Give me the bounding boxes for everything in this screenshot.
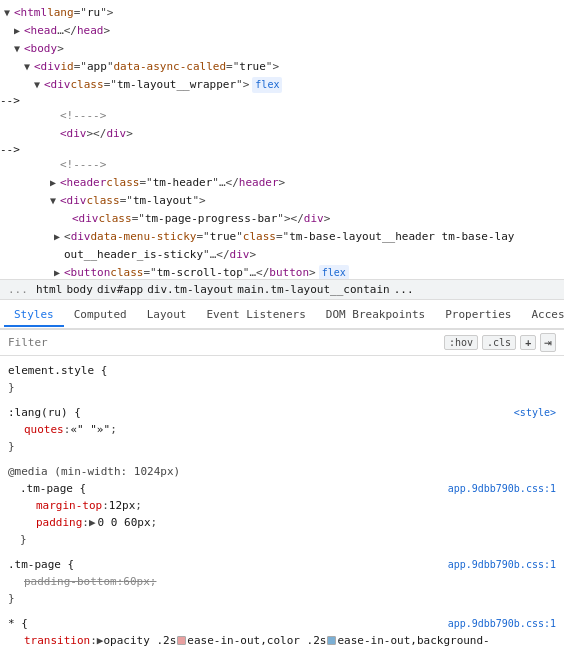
filter-input[interactable] xyxy=(8,336,440,349)
source-ref[interactable]: app.9dbb790b.css:1 xyxy=(448,615,556,632)
css-rule-lang-ru: :lang(ru) { <style> quotes : «" "»" ; } xyxy=(0,402,564,457)
dom-line[interactable]: <div class="tm-layout__wrapper"> flex xyxy=(0,76,564,94)
triangle-icon[interactable] xyxy=(54,265,64,280)
breadcrumb-html[interactable]: html xyxy=(36,283,63,296)
dom-line[interactable]: <!----> xyxy=(0,107,564,125)
triangle-icon[interactable] xyxy=(54,229,64,245)
css-rules: element.style { } :lang(ru) { <style> qu… xyxy=(0,356,564,650)
add-style-button[interactable]: + xyxy=(520,335,536,350)
triangle-icon[interactable] xyxy=(34,77,44,93)
hov-button[interactable]: :hov xyxy=(444,335,478,350)
dom-line[interactable]: out__header_is-sticky" …</div> xyxy=(0,246,564,264)
css-property-padding-bottom: padding-bottom : 60px ; xyxy=(8,573,556,590)
tab-computed[interactable]: Computed xyxy=(64,304,137,327)
triangle-icon[interactable] xyxy=(50,175,60,191)
dom-tree[interactable]: <html lang="ru"> <head…</head> <body> <d… xyxy=(0,0,564,280)
selector-tm-page: .tm-page { app.9dbb790b.css:1 xyxy=(8,480,556,497)
css-property-margin-top: margin-top : 12px ; xyxy=(8,497,556,514)
selector: :lang(ru) { <style> xyxy=(8,404,556,421)
triangle-icon[interactable] xyxy=(14,41,24,57)
selector-media: @media (min-width: 1024px) xyxy=(8,463,556,480)
source-ref[interactable]: app.9dbb790b.css:1 xyxy=(448,480,556,497)
breadcrumb-bar: ... html body div#app div.tm-layout main… xyxy=(0,280,564,300)
triangle-icon[interactable] xyxy=(24,59,34,75)
dom-line[interactable]: <body> xyxy=(0,40,564,58)
breadcrumb-dots: ... xyxy=(8,283,28,296)
css-rule-tm-page: .tm-page { app.9dbb790b.css:1 padding-bo… xyxy=(0,554,564,609)
css-rule-star: * { app.9dbb790b.css:1 transition :▶ opa… xyxy=(0,613,564,650)
selector: * { app.9dbb790b.css:1 xyxy=(8,615,556,632)
dom-line[interactable]: <html lang="ru"> xyxy=(0,4,564,22)
css-property-padding: padding : ▶ 0 0 60px ; xyxy=(8,514,556,531)
css-property-transition-cont: color .2s ease-in-out, webkit-text-decor… xyxy=(8,649,556,650)
dom-line[interactable]: <div class="tm-layout"> xyxy=(0,192,564,210)
expand-button[interactable]: ⇥ xyxy=(540,333,556,352)
color-swatch xyxy=(327,636,336,645)
triangle-icon[interactable] xyxy=(4,5,14,21)
css-rule-element-style: element.style { } xyxy=(0,360,564,398)
flex-badge: flex xyxy=(252,77,282,93)
triangle-icon[interactable] xyxy=(50,193,60,209)
dom-line[interactable]: <div data-menu-sticky="true" class="tm-b… xyxy=(0,228,564,246)
breadcrumb-main[interactable]: main.tm-layout__contain xyxy=(237,283,389,296)
breadcrumb-divlayout[interactable]: div.tm-layout xyxy=(147,283,233,296)
dom-line[interactable]: <div></div> xyxy=(0,125,564,143)
dom-line[interactable]: <!----> xyxy=(0,156,564,174)
breadcrumb-more[interactable]: ... xyxy=(394,283,414,296)
tab-styles[interactable]: Styles xyxy=(4,304,64,327)
selector: element.style { xyxy=(8,362,556,379)
css-property: quotes : «" "»" ; xyxy=(8,421,556,438)
breadcrumb-body[interactable]: body xyxy=(66,283,93,296)
flex-badge: flex xyxy=(319,265,349,280)
dom-line[interactable]: <div id="app" data-async-called="true"> xyxy=(0,58,564,76)
color-swatch xyxy=(177,636,186,645)
css-property-transition: transition :▶ opacity .2s ease-in-out,co… xyxy=(8,632,556,649)
tabs-row: Styles Computed Layout Event Listeners D… xyxy=(0,300,564,330)
tab-properties[interactable]: Properties xyxy=(435,304,521,327)
tab-event-listeners[interactable]: Event Listeners xyxy=(196,304,315,327)
tab-accessibility[interactable]: Accessibility xyxy=(521,304,564,327)
triangle-icon[interactable] xyxy=(14,23,24,39)
dom-line[interactable]: <div class="tm-page-progress-bar"></div> xyxy=(0,210,564,228)
dom-line[interactable]: <head…</head> xyxy=(0,22,564,40)
breadcrumb-divapp[interactable]: div#app xyxy=(97,283,143,296)
filter-row: :hov .cls + ⇥ xyxy=(0,330,564,356)
selector: .tm-page { app.9dbb790b.css:1 xyxy=(8,556,556,573)
css-rule-media: @media (min-width: 1024px) .tm-page { ap… xyxy=(0,461,564,550)
cls-button[interactable]: .cls xyxy=(482,335,516,350)
tab-dom-breakpoints[interactable]: DOM Breakpoints xyxy=(316,304,435,327)
dom-line[interactable]: <button class="tm-scroll-top" …</button>… xyxy=(0,264,564,280)
source-ref[interactable]: app.9dbb790b.css:1 xyxy=(448,556,556,573)
dom-line[interactable]: <header class="tm-header" …</header> xyxy=(0,174,564,192)
tab-layout[interactable]: Layout xyxy=(137,304,197,327)
source-ref[interactable]: <style> xyxy=(514,404,556,421)
